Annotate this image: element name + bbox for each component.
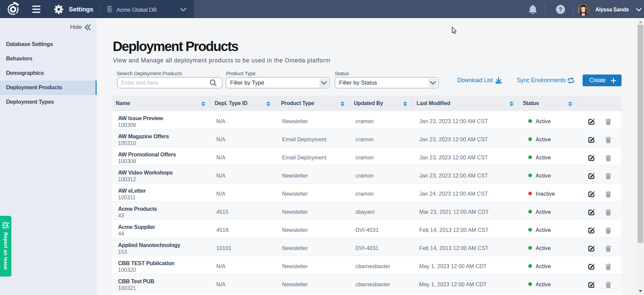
svg-text:?: ?	[559, 6, 562, 13]
